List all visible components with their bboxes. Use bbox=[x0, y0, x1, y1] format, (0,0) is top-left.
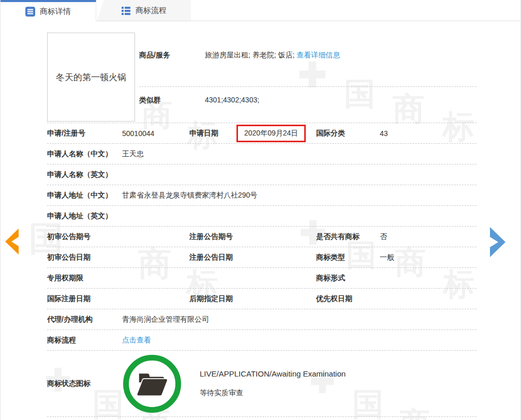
watermark-plus-icon: ✚ bbox=[298, 58, 326, 92]
table-row: 商标流程 点击查看 bbox=[47, 330, 477, 351]
applicant-en-label: 申请人名称（英文） bbox=[47, 170, 122, 179]
tm-form-label: 商标形式 bbox=[316, 274, 380, 283]
detail-table: 申请/注册号 50010044 申请日期 2020年09月24日 国际分类 43… bbox=[47, 123, 477, 417]
exclusive-term-label: 专用权期限 bbox=[47, 274, 122, 283]
agency-label: 代理/办理机构 bbox=[47, 315, 122, 324]
goods-services-label: 商品/服务 bbox=[139, 51, 205, 60]
similar-group-value: 4301;4302;4303; bbox=[205, 96, 259, 105]
tab-process-label: 商标流程 bbox=[136, 6, 167, 16]
separator bbox=[139, 86, 477, 87]
table-row: 申请人名称（中文） 王天忠 bbox=[47, 144, 477, 164]
tab-trademark-process[interactable]: 商标流程 bbox=[97, 0, 191, 21]
app-date-label: 申请日期 bbox=[189, 129, 244, 138]
prelim-date-label: 初审公告日期 bbox=[47, 253, 122, 262]
process-label: 商标流程 bbox=[47, 336, 122, 345]
watermark-guo: 国 bbox=[344, 79, 375, 110]
goods-services-value: 旅游房屋出租; 养老院; 饭店; 查看详细信息 bbox=[205, 51, 340, 60]
later-desig-label: 后期指定日期 bbox=[189, 294, 244, 304]
priority-date-label: 优先权日期 bbox=[316, 294, 380, 304]
trademark-detail-page: ✚ 国 商 标 国 商 标 国 商 标 ✚ 国 商 标 ✚ 国 商 ✚ 国 商 … bbox=[0, 0, 521, 420]
table-row: 申请人地址（英文） bbox=[47, 206, 477, 227]
table-row: 国际注册日期 后期指定日期 优先权日期 bbox=[47, 289, 477, 309]
shared-mark-label: 是否共有商标 bbox=[316, 232, 380, 242]
shared-mark-value: 否 bbox=[380, 232, 477, 242]
view-details-link[interactable]: 查看详细信息 bbox=[296, 51, 340, 59]
tab-bar: 商标详情 商标流程 bbox=[1, 0, 520, 21]
reg-no-label: 申请/注册号 bbox=[47, 129, 122, 138]
table-row: 初审公告期号 注册公告期号 是否共有商标 否 bbox=[47, 227, 477, 247]
table-row: 代理/办理机构 青海尚润企业管理有限公司 bbox=[47, 309, 477, 330]
address-cn-value: 甘肃省永登县龙泉寺镇费家湾村八社290号 bbox=[122, 191, 477, 200]
applicant-cn-value: 王天忠 bbox=[122, 149, 477, 159]
intl-reg-date-label: 国际注册日期 bbox=[47, 294, 122, 304]
intl-class-label: 国际分类 bbox=[316, 129, 380, 138]
status-row: 商标状态图标 LIVE/APPLICATION/Awaiting Examina… bbox=[47, 351, 477, 417]
table-row: 初审公告日期 注册公告日期 商标类型 一般 bbox=[47, 247, 477, 268]
reg-ann-no-label: 注册公告期号 bbox=[189, 232, 244, 242]
reg-ann-date-label: 注册公告日期 bbox=[189, 253, 244, 262]
goods-services-row: 商品/服务 旅游房屋出租; 养老院; 饭店; 查看详细信息 bbox=[139, 51, 477, 60]
agency-value: 青海尚润企业管理有限公司 bbox=[122, 315, 477, 324]
prelim-no-label: 初审公告期号 bbox=[47, 232, 122, 242]
previous-arrow-button[interactable] bbox=[5, 229, 19, 257]
status-line-en: LIVE/APPLICATION/Awaiting Examination bbox=[200, 369, 346, 378]
address-en-label: 申请人地址（英文） bbox=[47, 212, 122, 221]
reg-no-value: 50010044 bbox=[122, 129, 189, 138]
status-text-block: LIVE/APPLICATION/Awaiting Examination 等待… bbox=[200, 369, 346, 398]
document-icon bbox=[25, 7, 35, 17]
tab-trademark-detail[interactable]: 商标详情 bbox=[1, 0, 96, 21]
click-to-view-link[interactable]: 点击查看 bbox=[122, 336, 151, 344]
table-row: 申请人地址（中文） 甘肃省永登县龙泉寺镇费家湾村八社290号 bbox=[47, 185, 477, 206]
table-row: 申请/注册号 50010044 申请日期 2020年09月24日 国际分类 43 bbox=[47, 123, 477, 144]
chevron-right-icon bbox=[490, 227, 505, 257]
open-folder-icon bbox=[135, 370, 169, 398]
tm-type-value: 一般 bbox=[380, 253, 477, 262]
status-folder-icon bbox=[123, 355, 181, 413]
address-cn-label: 申请人地址（中文） bbox=[47, 191, 122, 200]
chevron-left-icon bbox=[5, 229, 19, 254]
table-row: 专用权期限 商标形式 bbox=[47, 268, 477, 289]
tab-detail-label: 商标详情 bbox=[40, 7, 71, 17]
status-line-cn: 等待实质审查 bbox=[200, 388, 346, 398]
tm-type-label: 商标类型 bbox=[316, 253, 380, 262]
applicant-cn-label: 申请人名称（中文） bbox=[47, 149, 122, 159]
trademark-image-text: 冬天的第一顿火锅 bbox=[56, 71, 126, 83]
list-icon bbox=[121, 6, 131, 16]
intl-class-value: 43 bbox=[380, 129, 477, 138]
status-label: 商标状态图标 bbox=[47, 379, 122, 388]
app-date-highlighted-value: 2020年09月24日 bbox=[236, 125, 306, 142]
next-arrow-button[interactable] bbox=[490, 227, 505, 259]
table-row: 申请人名称（英文） bbox=[47, 164, 477, 185]
similar-group-row: 类似群 4301;4302;4303; bbox=[139, 96, 477, 105]
similar-group-label: 类似群 bbox=[139, 96, 205, 105]
trademark-image: 冬天的第一顿火锅 bbox=[47, 33, 135, 122]
